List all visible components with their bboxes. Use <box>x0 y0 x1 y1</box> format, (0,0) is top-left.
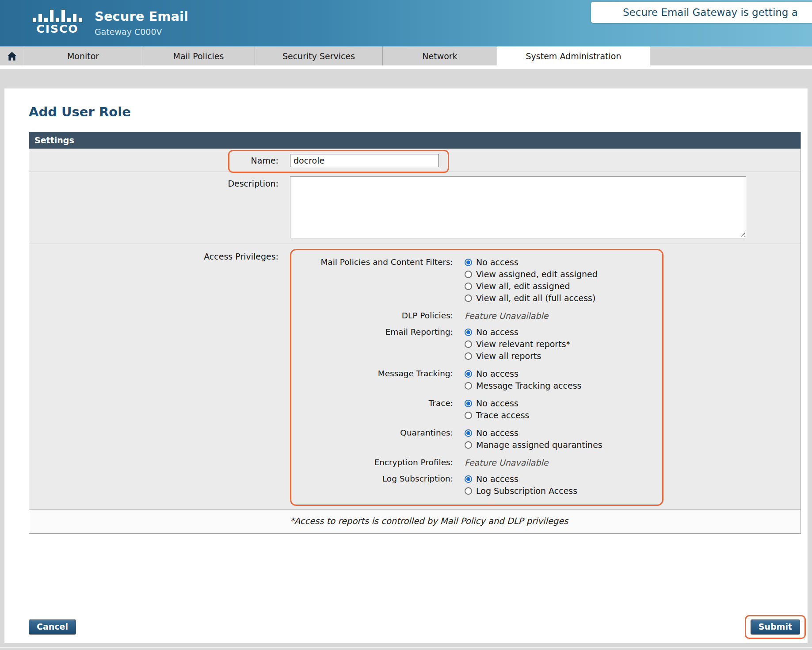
radio-selected-icon[interactable] <box>465 429 472 437</box>
nav-tab-security-services[interactable]: Security Services <box>255 46 383 65</box>
radio-option[interactable]: No access <box>465 427 662 439</box>
radio-option[interactable]: No access <box>465 256 662 268</box>
radio-option[interactable]: No access <box>465 368 662 379</box>
product-title: Secure Email <box>95 9 188 24</box>
content-panel: Add User Role Settings Name: Description… <box>4 88 808 643</box>
nav-tab-system-administration[interactable]: System Administration <box>497 46 650 65</box>
privilege-label: Log Subscription: <box>291 473 465 497</box>
name-row: Name: <box>29 149 801 172</box>
radio-selected-icon[interactable] <box>465 329 472 336</box>
settings-table: Settings Name: Description: <box>29 132 801 534</box>
bottom-divider <box>0 647 812 648</box>
radio-unselected-icon[interactable] <box>465 352 472 360</box>
app-header: CISCO Secure Email Gateway C000V Secure … <box>0 0 812 46</box>
access-privileges-cell: Mail Policies and Content Filters:No acc… <box>286 244 801 509</box>
submit-button[interactable]: Submit <box>751 619 800 635</box>
radio-option-label: View all, edit all (full access) <box>476 293 595 303</box>
privilege-row: Encryption Profiles:Feature Unavailable <box>291 457 662 467</box>
home-icon[interactable] <box>0 46 24 65</box>
nav-tab-monitor[interactable]: Monitor <box>24 46 142 65</box>
radio-option-label: No access <box>476 398 518 408</box>
privilege-options: No accessMessage Tracking access <box>465 368 662 392</box>
cisco-logo-bars-icon <box>33 8 82 22</box>
privilege-label: Encryption Profiles: <box>291 457 465 467</box>
privilege-label: Email Reporting: <box>291 326 465 362</box>
privilege-options: No accessTrace access <box>465 398 662 421</box>
cancel-button[interactable]: Cancel <box>29 619 76 635</box>
radio-option-label: View relevant reports* <box>476 339 570 349</box>
privilege-options: No accessLog Subscription Access <box>465 473 662 497</box>
privilege-label: Trace: <box>291 398 465 421</box>
radio-option[interactable]: View all reports <box>465 350 662 362</box>
privilege-label: Message Tracking: <box>291 368 465 392</box>
radio-option[interactable]: Manage assigned quarantines <box>465 439 662 451</box>
nav-filler <box>650 46 812 65</box>
radio-unselected-icon[interactable] <box>465 382 472 390</box>
radio-selected-icon[interactable] <box>465 259 472 266</box>
privilege-row: Email Reporting:No accessView relevant r… <box>291 326 662 362</box>
product-block: Secure Email Gateway C000V <box>95 9 188 37</box>
radio-option[interactable]: Log Subscription Access <box>465 485 662 497</box>
radio-option-label: No access <box>476 327 518 337</box>
home-icon-glyph <box>6 50 18 62</box>
privilege-options: Feature Unavailable <box>465 310 662 321</box>
product-model: Gateway C000V <box>95 27 188 37</box>
radio-option-label: Message Tracking access <box>476 381 581 390</box>
feature-unavailable-text: Feature Unavailable <box>465 457 549 467</box>
name-input[interactable] <box>290 154 439 167</box>
radio-option[interactable]: View assigned, edit assigned <box>465 268 662 280</box>
privilege-row: Quarantines:No accessManage assigned qua… <box>291 427 662 451</box>
radio-option[interactable]: No access <box>465 398 662 409</box>
privilege-options: No accessManage assigned quarantines <box>465 427 662 451</box>
main-nav: MonitorMail PoliciesSecurity ServicesNet… <box>0 46 812 66</box>
privilege-label: DLP Policies: <box>291 310 465 321</box>
radio-option-label: No access <box>476 474 518 484</box>
nav-tab-network[interactable]: Network <box>383 46 497 65</box>
radio-option-label: View assigned, edit assigned <box>476 269 598 279</box>
privilege-options: No accessView assigned, edit assignedVie… <box>465 256 662 304</box>
radio-option[interactable]: View all, edit assigned <box>465 280 662 292</box>
radio-option[interactable]: No access <box>465 326 662 338</box>
page-title: Add User Role <box>4 88 808 119</box>
radio-unselected-icon[interactable] <box>465 271 472 278</box>
radio-unselected-icon[interactable] <box>465 294 472 302</box>
radio-selected-icon[interactable] <box>465 400 472 407</box>
radio-unselected-icon[interactable] <box>465 487 472 495</box>
radio-option-label: No access <box>476 369 518 379</box>
form-actions: Cancel Submit <box>29 615 806 639</box>
radio-selected-icon[interactable] <box>465 370 472 378</box>
radio-option-label: View all reports <box>476 351 541 361</box>
radio-unselected-icon[interactable] <box>465 340 472 348</box>
radio-option[interactable]: No access <box>465 473 662 485</box>
radio-unselected-icon[interactable] <box>465 412 472 419</box>
radio-option[interactable]: Trace access <box>465 409 662 421</box>
privilege-row: Log Subscription:No accessLog Subscripti… <box>291 473 662 497</box>
description-field-cell <box>286 172 801 244</box>
radio-option[interactable]: Message Tracking access <box>465 380 662 391</box>
radio-option[interactable]: View relevant reports* <box>465 338 662 350</box>
nav-tab-mail-policies[interactable]: Mail Policies <box>142 46 255 65</box>
annotation-access-privileges: Mail Policies and Content Filters:No acc… <box>290 249 663 506</box>
privilege-label: Quarantines: <box>291 427 465 451</box>
description-label: Description: <box>29 172 286 244</box>
radio-option-label: Trace access <box>476 410 529 420</box>
name-label: Name: <box>29 149 286 172</box>
feature-unavailable-text: Feature Unavailable <box>465 310 549 321</box>
privilege-row: DLP Policies:Feature Unavailable <box>291 310 662 321</box>
radio-option[interactable]: View all, edit all (full access) <box>465 292 662 304</box>
radio-option-label: No access <box>476 428 518 438</box>
radio-unselected-icon[interactable] <box>465 441 472 449</box>
description-row: Description: <box>29 172 801 244</box>
settings-section-header: Settings <box>29 132 801 149</box>
name-field-cell <box>286 149 801 172</box>
radio-option-label: Manage assigned quarantines <box>476 440 602 450</box>
description-textarea[interactable] <box>290 176 746 238</box>
radio-unselected-icon[interactable] <box>465 283 472 290</box>
radio-selected-icon[interactable] <box>465 475 472 483</box>
reports-footnote: *Access to reports is controlled by Mail… <box>29 509 801 533</box>
radio-option-label: Log Subscription Access <box>476 486 577 496</box>
page-background: Add User Role Settings Name: Description… <box>0 69 812 650</box>
privilege-row: Message Tracking:No accessMessage Tracki… <box>291 368 662 392</box>
access-privileges-row: Access Privileges: Mail Policies and Con… <box>29 244 801 509</box>
notification-banner: Secure Email Gateway is getting a <box>591 2 812 23</box>
